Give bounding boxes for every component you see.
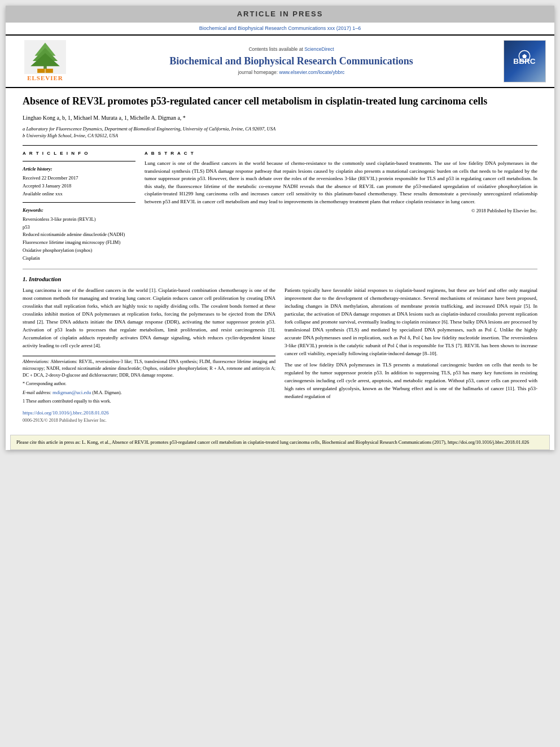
accepted-date: Accepted 3 January 2018 xyxy=(23,183,135,190)
abstract-text: Lung cancer is one of the deadliest canc… xyxy=(145,160,537,206)
affiliations: a Laboratory for Fluorescence Dynamics, … xyxy=(23,125,537,140)
abbreviations-label: Abbreviations: xyxy=(23,359,49,364)
elsevier-logo-area: ELSEVIER xyxy=(11,40,79,82)
bbrc-logo-area: BBRC ⬟ xyxy=(504,40,549,82)
journal-homepage: journal homepage: www.elsevier.com/locat… xyxy=(85,69,498,76)
corresponding-text: * Corresponding author. xyxy=(23,381,67,386)
article-info-header: A R T I C L E I N F O xyxy=(23,150,135,156)
authors-line: Linghao Kong a, b, 1, Michael M. Murata … xyxy=(23,114,537,122)
copyright-line: © 2018 Published by Elsevier Inc. xyxy=(145,208,537,215)
keyword-2: p53 xyxy=(23,224,135,231)
footnotes: Abbreviations: Abbreviations: REV3L, rev… xyxy=(23,356,275,405)
info-top-divider xyxy=(23,161,135,161)
issn-line: 0006-291X/© 2018 Published by Elsevier I… xyxy=(23,417,275,424)
info-abstract-section: A R T I C L E I N F O Article history: R… xyxy=(23,150,537,263)
article-info-column: A R T I C L E I N F O Article history: R… xyxy=(23,150,135,263)
authors-text: Linghao Kong a, b, 1, Michael M. Murata … xyxy=(23,115,186,121)
banner-text: ARTICLE IN PRESS xyxy=(237,10,323,18)
doi-link[interactable]: https://doi.org/10.1016/j.bbrc.2018.01.0… xyxy=(23,410,109,416)
section-divider xyxy=(23,269,537,269)
keyword-5: Oxidative phosphorylation (oxphos) xyxy=(23,247,135,254)
article-in-press-banner: ARTICLE IN PRESS xyxy=(6,6,554,23)
article-title: Absence of REV3L promotes p53-regulated … xyxy=(23,95,537,108)
intro-col2-p1: Patients typically have favorable initia… xyxy=(285,287,537,357)
sciencedirect-link[interactable]: ScienceDirect xyxy=(304,46,334,52)
email-person: (M.A. Digman). xyxy=(93,390,122,395)
email-address[interactable]: mdigman@uci.edu xyxy=(53,390,91,395)
keyword-1: Reversionless 3-like protein (REV3L) xyxy=(23,216,135,223)
bbrc-logo-icon: BBRC ⬟ xyxy=(504,40,545,82)
intro-col2: Patients typically have favorable initia… xyxy=(285,287,537,424)
intro-col1-p1: Lung carcinoma is one of the deadliest c… xyxy=(23,287,275,350)
elsevier-label: ELSEVIER xyxy=(27,74,63,82)
svg-text:⬟: ⬟ xyxy=(522,54,527,59)
section-label: Introduction xyxy=(29,276,61,282)
email-footnote: E-mail address: mdigman@uci.edu (M.A. Di… xyxy=(23,389,275,397)
intro-col2-p2: The use of low fidelity DNA polymerases … xyxy=(285,361,537,401)
history-label: Article history: xyxy=(23,166,135,173)
homepage-label: journal homepage: xyxy=(238,69,278,75)
intro-body: Lung carcinoma is one of the deadliest c… xyxy=(23,287,537,424)
journal-header: ELSEVIER Contents lists available at Sci… xyxy=(6,34,554,88)
page: ARTICLE IN PRESS Biochemical and Biophys… xyxy=(6,6,554,450)
abbreviations-text: Abbreviations: REV3L, reversionless-3 li… xyxy=(23,359,275,378)
info-mid-divider xyxy=(23,202,135,203)
email-label: E-mail address: xyxy=(23,390,51,395)
abstract-header: A B S T R A C T xyxy=(145,150,537,156)
doi-area: https://doi.org/10.1016/j.bbrc.2018.01.0… xyxy=(23,409,275,417)
elsevier-tree-icon xyxy=(23,40,68,74)
citation-text: Please cite this article in press as: L.… xyxy=(16,439,529,445)
keyword-6: Cisplatin xyxy=(23,255,135,262)
received-date: Received 22 December 2017 xyxy=(23,175,135,182)
header-divider xyxy=(23,145,537,146)
journal-full-title: Biochemical and Biophysical Research Com… xyxy=(85,55,498,68)
affiliation-a: a Laboratory for Fluorescence Dynamics, … xyxy=(23,125,537,133)
bbrc-logo: BBRC ⬟ xyxy=(504,40,546,82)
journal-reference: Biochemical and Biophysical Research Com… xyxy=(6,23,554,34)
section-number: 1. xyxy=(23,276,27,282)
citation-bar: Please cite this article in press as: L.… xyxy=(10,435,550,450)
contents-text: Contents lists available at xyxy=(248,46,303,52)
journal-title-area: Contents lists available at ScienceDirec… xyxy=(85,46,498,76)
keyword-4: Fluorescence lifetime imaging microscopy… xyxy=(23,239,135,246)
affiliation-b: b University High School, Irvine, CA 926… xyxy=(23,132,537,139)
available-online: Available online xxx xyxy=(23,191,135,198)
abbreviations-footnote: Abbreviations: Abbreviations: REV3L, rev… xyxy=(23,359,275,379)
contents-line: Contents lists available at ScienceDirec… xyxy=(85,46,498,53)
corresponding-footnote: * Corresponding author. xyxy=(23,381,275,387)
intro-section-title: 1. Introduction xyxy=(23,275,537,283)
keywords-label: Keywords: xyxy=(23,207,135,214)
intro-col1: Lung carcinoma is one of the deadliest c… xyxy=(23,287,275,424)
elsevier-logo: ELSEVIER xyxy=(11,40,79,82)
abstract-column: A B S T R A C T Lung cancer is one of th… xyxy=(145,150,537,263)
journal-ref-text: Biochemical and Biophysical Research Com… xyxy=(199,25,361,31)
equal-contrib-footnote: 1 These authors contributed equally to t… xyxy=(23,398,275,405)
main-content: Absence of REV3L promotes p53-regulated … xyxy=(6,88,554,430)
keyword-3: Reduced nicotinamide adenine dinucleotid… xyxy=(23,231,135,238)
homepage-url[interactable]: www.elsevier.com/locate/ybbrc xyxy=(279,69,345,75)
